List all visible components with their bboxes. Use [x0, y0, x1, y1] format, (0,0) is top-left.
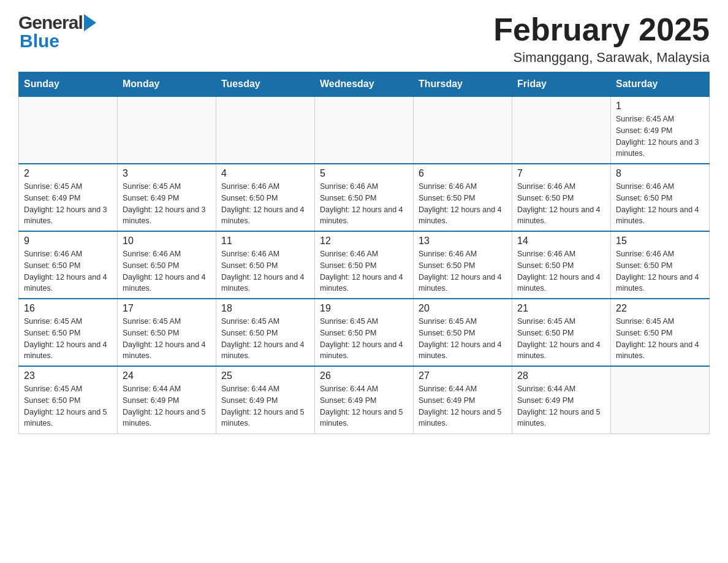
col-saturday: Saturday: [611, 72, 710, 97]
day-number: 20: [419, 303, 507, 314]
day-info: Sunrise: 6:46 AMSunset: 6:50 PMDaylight:…: [616, 181, 704, 227]
logo-blue-text: Blue: [20, 31, 59, 52]
day-number: 12: [320, 236, 408, 247]
day-info: Sunrise: 6:46 AMSunset: 6:50 PMDaylight:…: [419, 181, 507, 227]
day-info: Sunrise: 6:45 AMSunset: 6:49 PMDaylight:…: [24, 181, 112, 227]
col-wednesday: Wednesday: [315, 72, 414, 97]
day-info: Sunrise: 6:46 AMSunset: 6:50 PMDaylight:…: [123, 248, 211, 294]
calendar-week-row: 23Sunrise: 6:45 AMSunset: 6:50 PMDayligh…: [19, 366, 710, 434]
table-row: 17Sunrise: 6:45 AMSunset: 6:50 PMDayligh…: [118, 299, 216, 366]
table-row: 9Sunrise: 6:46 AMSunset: 6:50 PMDaylight…: [19, 231, 118, 299]
table-row: [315, 96, 414, 164]
day-number: 26: [320, 370, 408, 381]
page-header: General Blue February 2025 Simanggang, S…: [18, 12, 710, 66]
day-info: Sunrise: 6:44 AMSunset: 6:49 PMDaylight:…: [123, 383, 211, 429]
table-row: 6Sunrise: 6:46 AMSunset: 6:50 PMDaylight…: [414, 164, 512, 231]
day-number: 3: [123, 168, 211, 179]
day-number: 28: [517, 370, 605, 381]
col-sunday: Sunday: [19, 72, 118, 97]
day-info: Sunrise: 6:46 AMSunset: 6:50 PMDaylight:…: [616, 248, 704, 294]
col-thursday: Thursday: [414, 72, 512, 97]
calendar-table: Sunday Monday Tuesday Wednesday Thursday…: [18, 72, 710, 434]
day-number: 15: [616, 236, 704, 247]
table-row: 11Sunrise: 6:46 AMSunset: 6:50 PMDayligh…: [216, 231, 315, 299]
day-info: Sunrise: 6:46 AMSunset: 6:50 PMDaylight:…: [24, 248, 112, 294]
day-info: Sunrise: 6:45 AMSunset: 6:49 PMDaylight:…: [616, 113, 704, 159]
day-number: 11: [221, 236, 309, 247]
day-number: 9: [24, 236, 112, 247]
table-row: 18Sunrise: 6:45 AMSunset: 6:50 PMDayligh…: [216, 299, 315, 366]
col-monday: Monday: [118, 72, 216, 97]
day-number: 6: [419, 168, 507, 179]
day-number: 8: [616, 168, 704, 179]
day-info: Sunrise: 6:46 AMSunset: 6:50 PMDaylight:…: [320, 181, 408, 227]
day-number: 1: [616, 101, 704, 112]
title-section: February 2025 Simanggang, Sarawak, Malay…: [493, 12, 710, 66]
col-friday: Friday: [512, 72, 611, 97]
day-info: Sunrise: 6:46 AMSunset: 6:50 PMDaylight:…: [221, 181, 309, 227]
day-number: 4: [221, 168, 309, 179]
table-row: 23Sunrise: 6:45 AMSunset: 6:50 PMDayligh…: [19, 366, 118, 434]
day-number: 25: [221, 370, 309, 381]
day-number: 27: [419, 370, 507, 381]
table-row: 27Sunrise: 6:44 AMSunset: 6:49 PMDayligh…: [414, 366, 512, 434]
table-row: 14Sunrise: 6:46 AMSunset: 6:50 PMDayligh…: [512, 231, 611, 299]
logo-general-text: General: [18, 12, 83, 33]
day-info: Sunrise: 6:45 AMSunset: 6:50 PMDaylight:…: [616, 316, 704, 362]
calendar-week-row: 16Sunrise: 6:45 AMSunset: 6:50 PMDayligh…: [19, 299, 710, 366]
table-row: 7Sunrise: 6:46 AMSunset: 6:50 PMDaylight…: [512, 164, 611, 231]
table-row: 3Sunrise: 6:45 AMSunset: 6:49 PMDaylight…: [118, 164, 216, 231]
day-info: Sunrise: 6:46 AMSunset: 6:50 PMDaylight:…: [517, 181, 605, 227]
table-row: [216, 96, 315, 164]
day-info: Sunrise: 6:46 AMSunset: 6:50 PMDaylight:…: [517, 248, 605, 294]
table-row: [19, 96, 118, 164]
day-number: 5: [320, 168, 408, 179]
day-number: 19: [320, 303, 408, 314]
day-number: 23: [24, 370, 112, 381]
table-row: 8Sunrise: 6:46 AMSunset: 6:50 PMDaylight…: [611, 164, 710, 231]
calendar-header-row: Sunday Monday Tuesday Wednesday Thursday…: [19, 72, 710, 97]
day-info: Sunrise: 6:46 AMSunset: 6:50 PMDaylight:…: [221, 248, 309, 294]
table-row: 26Sunrise: 6:44 AMSunset: 6:49 PMDayligh…: [315, 366, 414, 434]
table-row: 5Sunrise: 6:46 AMSunset: 6:50 PMDaylight…: [315, 164, 414, 231]
table-row: 12Sunrise: 6:46 AMSunset: 6:50 PMDayligh…: [315, 231, 414, 299]
day-info: Sunrise: 6:45 AMSunset: 6:50 PMDaylight:…: [419, 316, 507, 362]
table-row: [512, 96, 611, 164]
table-row: [414, 96, 512, 164]
day-number: 21: [517, 303, 605, 314]
logo-arrow-icon: [84, 14, 96, 31]
day-info: Sunrise: 6:45 AMSunset: 6:50 PMDaylight:…: [24, 383, 112, 429]
day-info: Sunrise: 6:45 AMSunset: 6:50 PMDaylight:…: [221, 316, 309, 362]
day-number: 14: [517, 236, 605, 247]
table-row: 28Sunrise: 6:44 AMSunset: 6:49 PMDayligh…: [512, 366, 611, 434]
day-info: Sunrise: 6:44 AMSunset: 6:49 PMDaylight:…: [419, 383, 507, 429]
day-info: Sunrise: 6:45 AMSunset: 6:50 PMDaylight:…: [320, 316, 408, 362]
day-number: 18: [221, 303, 309, 314]
table-row: 13Sunrise: 6:46 AMSunset: 6:50 PMDayligh…: [414, 231, 512, 299]
table-row: 20Sunrise: 6:45 AMSunset: 6:50 PMDayligh…: [414, 299, 512, 366]
col-tuesday: Tuesday: [216, 72, 315, 97]
table-row: 21Sunrise: 6:45 AMSunset: 6:50 PMDayligh…: [512, 299, 611, 366]
day-info: Sunrise: 6:44 AMSunset: 6:49 PMDaylight:…: [221, 383, 309, 429]
day-info: Sunrise: 6:46 AMSunset: 6:50 PMDaylight:…: [320, 248, 408, 294]
table-row: 1Sunrise: 6:45 AMSunset: 6:49 PMDaylight…: [611, 96, 710, 164]
day-info: Sunrise: 6:46 AMSunset: 6:50 PMDaylight:…: [419, 248, 507, 294]
table-row: 2Sunrise: 6:45 AMSunset: 6:49 PMDaylight…: [19, 164, 118, 231]
day-number: 22: [616, 303, 704, 314]
day-info: Sunrise: 6:44 AMSunset: 6:49 PMDaylight:…: [517, 383, 605, 429]
table-row: 4Sunrise: 6:46 AMSunset: 6:50 PMDaylight…: [216, 164, 315, 231]
calendar-week-row: 9Sunrise: 6:46 AMSunset: 6:50 PMDaylight…: [19, 231, 710, 299]
table-row: [118, 96, 216, 164]
location-title: Simanggang, Sarawak, Malaysia: [493, 50, 710, 66]
table-row: 22Sunrise: 6:45 AMSunset: 6:50 PMDayligh…: [611, 299, 710, 366]
day-number: 16: [24, 303, 112, 314]
calendar-week-row: 1Sunrise: 6:45 AMSunset: 6:49 PMDaylight…: [19, 96, 710, 164]
day-number: 7: [517, 168, 605, 179]
table-row: 10Sunrise: 6:46 AMSunset: 6:50 PMDayligh…: [118, 231, 216, 299]
table-row: 15Sunrise: 6:46 AMSunset: 6:50 PMDayligh…: [611, 231, 710, 299]
day-info: Sunrise: 6:45 AMSunset: 6:49 PMDaylight:…: [123, 181, 211, 227]
table-row: 16Sunrise: 6:45 AMSunset: 6:50 PMDayligh…: [19, 299, 118, 366]
day-info: Sunrise: 6:45 AMSunset: 6:50 PMDaylight:…: [517, 316, 605, 362]
logo: General Blue: [18, 12, 96, 52]
table-row: 19Sunrise: 6:45 AMSunset: 6:50 PMDayligh…: [315, 299, 414, 366]
